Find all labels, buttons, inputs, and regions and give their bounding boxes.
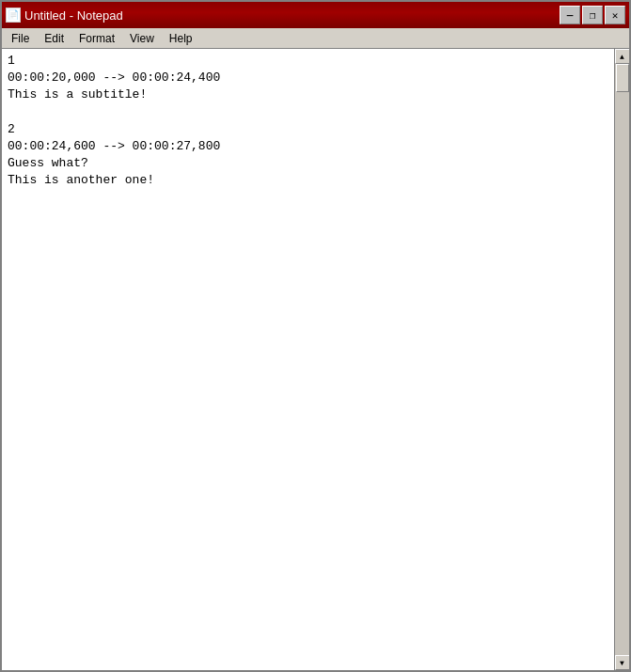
menu-help[interactable]: Help <box>162 28 200 48</box>
scrollbar: ▲ ▼ <box>614 49 629 670</box>
menu-bar: File Edit Format View Help <box>2 28 629 49</box>
menu-file[interactable]: File <box>4 28 37 48</box>
scroll-up-button[interactable]: ▲ <box>615 49 630 64</box>
title-bar-buttons: — ❐ ✕ <box>560 6 625 24</box>
menu-view[interactable]: View <box>122 28 162 48</box>
title-bar: 📄 Untitled - Notepad — ❐ ✕ <box>2 2 629 28</box>
menu-format[interactable]: Format <box>71 28 122 48</box>
minimize-button[interactable]: — <box>560 6 580 24</box>
scrollbar-thumb[interactable] <box>616 64 629 92</box>
app-icon: 📄 <box>6 8 21 23</box>
window-title: Untitled - Notepad <box>24 8 123 23</box>
notepad-window: 📄 Untitled - Notepad — ❐ ✕ File Edit For… <box>0 0 631 672</box>
text-editor[interactable]: 1 00:00:20,000 --> 00:00:24,400 This is … <box>2 49 614 670</box>
close-button[interactable]: ✕ <box>605 6 625 24</box>
restore-button[interactable]: ❐ <box>582 6 603 24</box>
scrollbar-track[interactable] <box>615 64 630 655</box>
menu-edit[interactable]: Edit <box>37 28 71 48</box>
scroll-down-button[interactable]: ▼ <box>615 655 630 670</box>
title-bar-left: 📄 Untitled - Notepad <box>6 8 123 23</box>
editor-area: 1 00:00:20,000 --> 00:00:24,400 This is … <box>2 49 629 670</box>
